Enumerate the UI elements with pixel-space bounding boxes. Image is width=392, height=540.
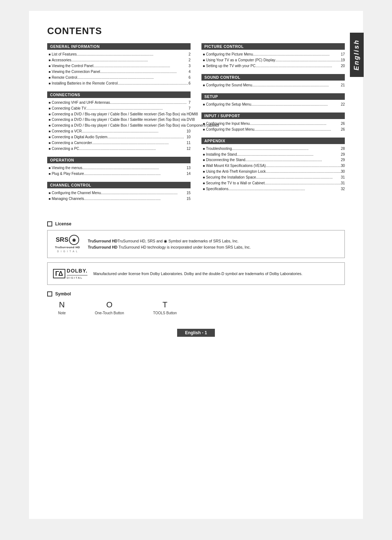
toc-dots: ........................................… xyxy=(82,165,187,171)
section-header: GENERAL INFORMATION xyxy=(47,43,191,50)
section-items: ■Configuring the Channel Menu...........… xyxy=(47,190,191,202)
toc-page: 15 xyxy=(187,190,191,196)
toc-label: Configuring the Picture Menu xyxy=(206,52,253,57)
toc-dots: ........................................… xyxy=(254,127,341,132)
bullet-icon: ■ xyxy=(49,118,50,123)
bullet-icon: ■ xyxy=(49,172,50,177)
toc-dots: ........................................… xyxy=(92,140,187,146)
section-items: ■Configuring the Sound Menu.............… xyxy=(201,82,345,88)
dolby-license-text: Manufactured under license from Dolby La… xyxy=(93,271,302,277)
toc-dots: ........................................… xyxy=(253,52,341,57)
bullet-icon: ■ xyxy=(203,152,205,158)
toc-dots: ........................................… xyxy=(107,134,187,140)
toc-label: Using Your TV as a Computer (PC) Display xyxy=(206,57,275,63)
toc-section: GENERAL INFORMATION■List of Features....… xyxy=(47,43,191,86)
toc-label: Connecting VHF and UHF Antennas xyxy=(52,100,110,106)
toc-section: PICTURE CONTROL■Configuring the Picture … xyxy=(201,43,345,69)
toc-page: 14 xyxy=(187,171,191,177)
toc-page: 6 xyxy=(188,75,191,81)
toc-row: ■Connecting a PC........................… xyxy=(49,146,191,152)
symbol-section: Symbol NNoteOOne-Touch ButtonTTOOLS Butt… xyxy=(47,291,345,315)
bullet-icon: ■ xyxy=(203,58,205,63)
dolby-box-inner: ΓΔ DOLBY. DIGITAL xyxy=(53,267,87,280)
toc-dots: ........................................… xyxy=(100,69,189,75)
toc-label: Accessories xyxy=(52,57,71,63)
license-checkbox-icon xyxy=(47,221,52,226)
license-section: License SRS ◉ TruSurround HD D I G I T A… xyxy=(47,221,345,285)
toc-row: ■Connecting a VCR.......................… xyxy=(49,128,191,134)
bullet-icon: ■ xyxy=(49,81,50,86)
srs-digital-label: D I G I T A L xyxy=(53,250,82,254)
toc-page: 17 xyxy=(341,52,345,57)
toc-label: Specifications xyxy=(206,186,228,192)
bullet-icon: ■ xyxy=(203,169,205,175)
section-header: CONNECTIONS xyxy=(47,91,191,98)
symbol-table: NNoteOOne-Touch ButtonTTOOLS Button xyxy=(58,300,345,315)
toc-label: Setting up the TV with your PC xyxy=(206,63,256,69)
toc-dots: ........................................… xyxy=(256,175,341,180)
symbol-title: Symbol xyxy=(47,291,345,296)
footer: English - 1 xyxy=(47,326,345,337)
toc-dots: ........................................… xyxy=(110,100,188,106)
bullet-icon: ■ xyxy=(49,147,50,152)
toc-row: ■Using Your TV as a Computer (PC) Displa… xyxy=(203,57,345,63)
toc-label: Configuring the Support Menu xyxy=(206,127,254,132)
toc-dots: ........................................… xyxy=(101,190,187,196)
toc-row: ■Connecting a DVD / Blu-ray player / Cab… xyxy=(49,111,191,117)
toc-row: ■Connecting Cable TV....................… xyxy=(49,106,191,111)
toc-row: ■Troubleshooting........................… xyxy=(203,146,345,152)
toc-page: 29 xyxy=(341,152,345,158)
toc-row: ■Configuring the Input Menu.............… xyxy=(203,121,345,127)
toc-label: Connecting a DVD / Blu-ray player / Cabl… xyxy=(52,111,196,117)
toc-page: 3 xyxy=(188,63,191,69)
toc-label: Disconnecting the Stand xyxy=(206,157,245,163)
dolby-logo: ΓΔ DOLBY. DIGITAL xyxy=(53,267,87,280)
toc-row: ■Plug & Play Feature....................… xyxy=(49,171,191,177)
toc-row: ■Configuring the Setup Menu.............… xyxy=(203,102,345,107)
bullet-icon: ■ xyxy=(49,166,50,171)
toc-row: ■Connecting VHF and UHF Antennas........… xyxy=(49,100,191,106)
toc-dots: ........................................… xyxy=(266,169,341,175)
bullet-icon: ■ xyxy=(49,135,50,140)
toc-left-col: GENERAL INFORMATION■List of Features....… xyxy=(47,43,191,207)
toc-row: ■Connecting a DVD / Blu-ray player / Cab… xyxy=(49,117,191,123)
toc-label: Viewing the menus xyxy=(52,165,82,171)
toc-label: Connecting a Digital Audio System xyxy=(52,134,107,140)
dolby-name-text: DOLBY. xyxy=(67,267,87,275)
toc-page: 2 xyxy=(188,52,191,57)
toc-dots: ........................................… xyxy=(77,52,188,57)
toc-page: 7 xyxy=(188,100,191,106)
toc-row: ■Disconnecting the Stand................… xyxy=(203,157,345,163)
toc-row: ■Configuring the Channel Menu...........… xyxy=(49,190,191,196)
bullet-icon: ■ xyxy=(203,147,205,152)
bullet-icon: ■ xyxy=(203,52,205,57)
srs-license-text: TruSurround HDTruSurround HD, SRS and ◉ … xyxy=(88,238,251,250)
toc-label: List of Features xyxy=(52,52,77,57)
toc-label: Securing the TV to a Wall or Cabinet xyxy=(206,180,265,186)
toc-page: 7 xyxy=(188,106,191,111)
toc-row: ■Connecting a Camcorder.................… xyxy=(49,140,191,146)
bullet-icon: ■ xyxy=(49,106,50,111)
bullet-icon: ■ xyxy=(49,129,50,134)
section-items: ■Configuring the Picture Menu...........… xyxy=(201,52,345,69)
section-items: ■Configuring the Setup Menu.............… xyxy=(201,102,345,107)
toc-page: 15 xyxy=(187,196,191,202)
toc-page: 26 xyxy=(341,127,345,132)
toc-row: ■Installing Batteries in the Remote Cont… xyxy=(49,81,191,86)
symbol-letter: T xyxy=(163,300,167,310)
dolby-license-box: ΓΔ DOLBY. DIGITAL Manufactured under lic… xyxy=(47,262,345,285)
bullet-icon: ■ xyxy=(49,64,50,69)
page-title: CONTENTS xyxy=(47,25,345,37)
bullet-icon: ■ xyxy=(49,58,50,63)
bullet-icon: ■ xyxy=(49,123,50,128)
section-header: OPERATION xyxy=(47,157,191,163)
srs-bold-text: TruSurround HD xyxy=(88,239,118,243)
toc-container: GENERAL INFORMATION■List of Features....… xyxy=(47,43,345,207)
section-items: ■Troubleshooting........................… xyxy=(201,146,345,192)
toc-page: 31 xyxy=(341,180,345,186)
section-items: ■Viewing the menus......................… xyxy=(47,165,191,177)
section-header: SOUND CONTROL xyxy=(201,74,345,81)
srs-surround-label: TruSurround HD xyxy=(53,245,82,250)
toc-row: ■Configuring the Sound Menu.............… xyxy=(203,82,345,88)
toc-dots: ........................................… xyxy=(84,171,187,177)
